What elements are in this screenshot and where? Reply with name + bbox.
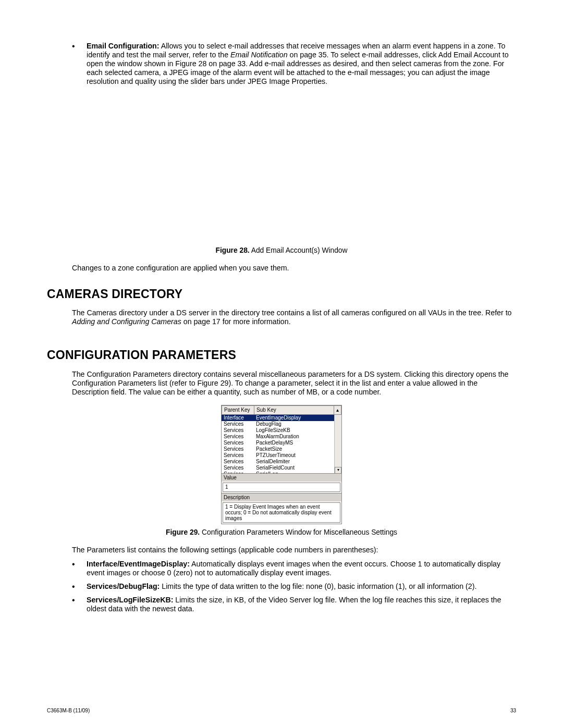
table-row[interactable]: ServicesLogFileSizeKB [222,427,341,434]
col-sub-key[interactable]: Sub Key [254,405,334,414]
table-row[interactable]: ServicesDebugFlag [222,421,341,427]
figure-29-title: Configuration Parameters Window for Misc… [200,528,397,536]
cell-sub-key: PacketDelayMS [254,440,341,446]
figure-28-label: Figure 28. [215,246,249,254]
cell-sub-key: DebugFlag [254,421,341,427]
table-row[interactable]: ServicesMaxAlarmDuration [222,434,341,440]
param-text: Services/DebugFlag: Limits the type of d… [87,582,516,591]
cameras-text-2: on page 17 for more information. [181,317,291,326]
param-label: Services/DebugFlag: [87,582,160,590]
list-item: •Interface/EventImageDisplay: Automatica… [87,560,516,577]
cell-sub-key: SerialLog [254,471,341,473]
cameras-heading: CAMERAS DIRECTORY [47,287,516,301]
cell-parent-key: Services [222,446,254,452]
cell-parent-key: Services [222,459,254,465]
chevron-up-icon: ▴ [336,407,339,413]
list-item: •Services/LogFileSizeKB: Limits the size… [87,596,516,613]
scrollbar-track[interactable]: ▾ [334,415,341,473]
table-row[interactable]: ServicesSerialDelimiter [222,459,341,465]
cell-sub-key: PTZUserTimeout [254,452,341,459]
table-row[interactable]: ServicesPTZUserTimeout [222,452,341,459]
param-text: Interface/EventImageDisplay: Automatical… [87,560,516,577]
config-text: The Configuration Parameters directory c… [72,370,516,397]
col-parent-key[interactable]: Parent Key [222,405,254,414]
scroll-up-button[interactable]: ▴ [334,405,341,414]
table-row[interactable]: ServicesSerialLog [222,471,341,473]
param-label: Services/LogFileSizeKB: [87,596,173,604]
bullet-icon: • [72,582,75,591]
config-heading: CONFIGURATION PARAMETERS [47,348,516,362]
footer-right: 33 [510,708,516,713]
description-box: 1 = Display Event Images when an event o… [223,502,340,523]
cell-sub-key: PacketSize [254,446,341,452]
param-text: Services/LogFileSizeKB: Limits the size,… [87,596,516,613]
cell-sub-key: SerialDelimiter [254,459,341,465]
table-row[interactable]: ServicesSerialFieldCount [222,465,341,471]
intro-em-1: Email Notification [230,51,288,59]
config-params-window: Parent Key Sub Key ▴ InterfaceEventImage… [221,405,342,524]
list-item: •Services/DebugFlag: Limits the type of … [87,582,516,591]
value-input[interactable]: 1 [223,483,340,492]
intro-bullet-text: Email Configuration: Allows you to selec… [87,42,516,86]
cell-sub-key: SerialFieldCount [254,465,341,471]
figure-28-title: Add Email Account(s) Window [250,246,348,254]
cell-parent-key: Services [222,421,254,427]
scroll-down-button[interactable]: ▾ [335,467,341,473]
intro-bullet-label: Email Configuration: [87,42,160,50]
table-row[interactable]: ServicesPacketSize [222,446,341,452]
bullet-icon: • [72,42,75,51]
cell-parent-key: Services [222,465,254,471]
param-desc: Limits the type of data written to the l… [160,582,476,590]
cell-parent-key: Services [222,440,254,446]
cell-parent-key: Services [222,471,254,473]
cell-parent-key: Services [222,427,254,434]
footer-left: C3663M-B (11/09) [47,708,90,713]
bullet-icon: • [72,596,75,604]
changes-line: Changes to a zone configuration are appl… [72,264,516,273]
table-row[interactable]: ServicesPacketDelayMS [222,440,341,446]
bullet-icon: • [72,560,75,569]
chevron-down-icon: ▾ [337,468,339,472]
figure-29-label: Figure 29. [166,528,200,536]
cameras-em: Adding and Configuring Cameras [72,317,181,326]
param-label: Interface/EventImageDisplay: [87,560,190,568]
description-label: Description [222,493,341,501]
cameras-text-1: The Cameras directory under a DS server … [72,309,511,317]
cameras-text: The Cameras directory under a DS server … [72,309,516,326]
value-label: Value [222,473,341,482]
params-intro: The Parameters list contains the followi… [72,546,516,554]
cell-sub-key: EventImageDisplay [254,415,341,421]
cell-parent-key: Services [222,434,254,440]
table-row[interactable]: InterfaceEventImageDisplay [222,415,341,421]
config-table[interactable]: Parent Key Sub Key ▴ [222,405,341,415]
cell-sub-key: MaxAlarmDuration [254,434,341,440]
cell-parent-key: Interface [222,415,254,421]
cell-parent-key: Services [222,452,254,459]
cell-sub-key: LogFileSizeKB [254,427,341,434]
